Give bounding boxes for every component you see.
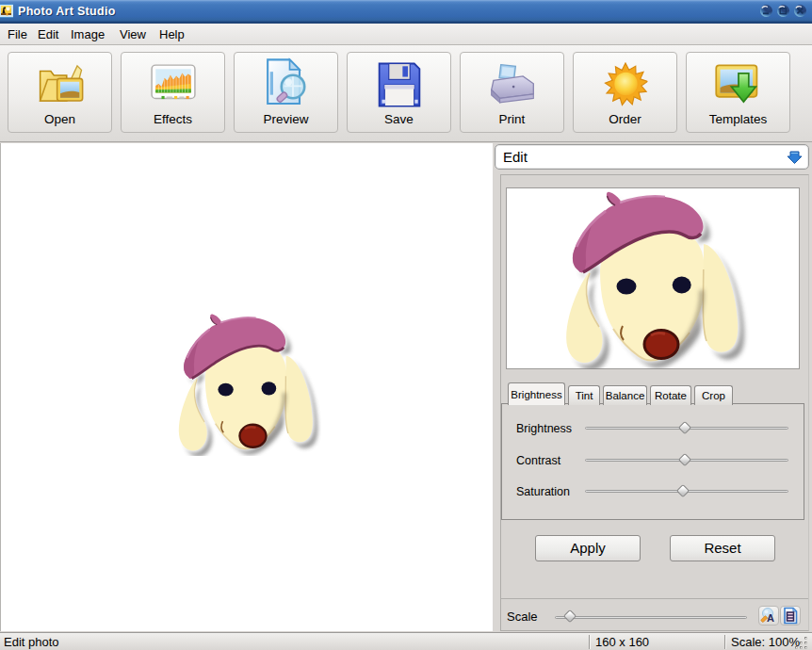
svg-text:A: A — [767, 612, 774, 624]
